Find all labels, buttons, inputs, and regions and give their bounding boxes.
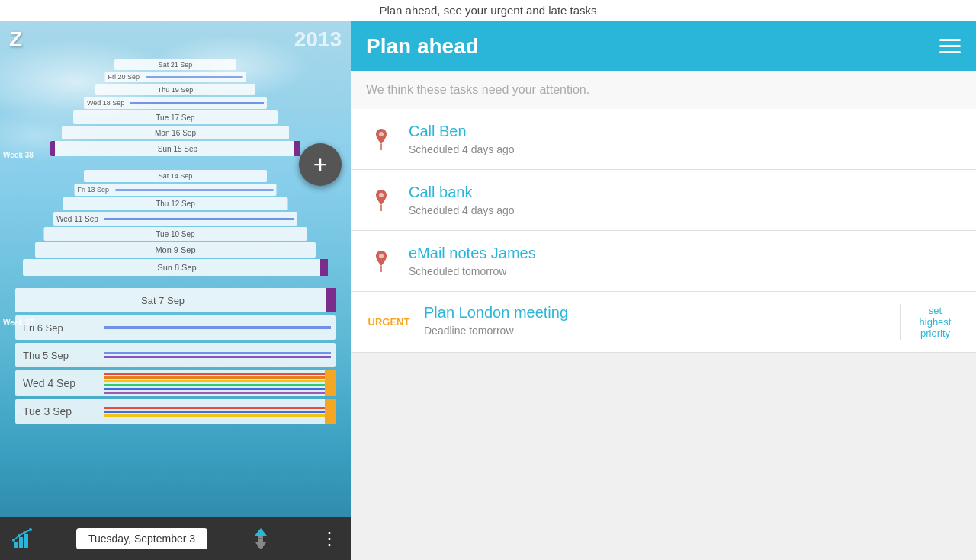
day-label-wed4: Wed 4 Sep [15, 376, 99, 391]
day-label-mon9: Mon 9 Sep [152, 244, 198, 256]
pin-svg-call-bank [369, 188, 393, 213]
task-title-london: Plan London meeting [424, 304, 900, 322]
panel-title: Plan ahead [366, 34, 479, 59]
week38-label: Week 38 [3, 151, 34, 159]
svg-point-15 [379, 254, 384, 258]
cal-row-fri13[interactable]: Fri 13 Sep [75, 184, 277, 196]
svg-point-5 [23, 531, 26, 534]
right-header: Plan ahead [351, 21, 976, 71]
add-button[interactable]: + [299, 143, 342, 186]
task-item-call-bank[interactable]: Call bank Scheduled 4 days ago [351, 170, 976, 231]
svg-marker-8 [255, 528, 267, 536]
left-header: Z 2013 [0, 21, 351, 58]
svg-rect-2 [24, 534, 28, 548]
task-info-london: Plan London meeting Deadline tomorrow [424, 304, 900, 340]
calendar-area: Week 38 Week 37 Sat 21 Sep Fri 20 Sep Th… [0, 52, 351, 514]
cal-row-sat14[interactable]: Sat 14 Sep [84, 170, 267, 182]
svg-marker-9 [255, 542, 267, 549]
day-label-tue3: Tue 3 Sep [15, 404, 99, 419]
menu-bar-1 [939, 39, 961, 41]
set-priority-label: sethighestpriority [920, 305, 952, 339]
hamburger-menu-button[interactable] [939, 39, 961, 53]
day-label-wed11: Wed 11 Sep [53, 213, 101, 225]
left-panel: Z 2013 Week 38 Week 37 Sat 21 Sep Fri 20… [0, 21, 351, 560]
right-content: We think these tasks need your attention… [351, 71, 976, 560]
cal-row-tue17[interactable]: Tue 17 Sep [73, 110, 278, 124]
banner-text: Plan ahead, see your urgent and late tas… [379, 4, 596, 17]
cal-row-mon9[interactable]: Mon 9 Sep [35, 242, 316, 258]
svg-point-11 [379, 132, 384, 136]
day-label-sat14: Sat 14 Sep [156, 171, 196, 181]
app-logo: Z [9, 27, 22, 52]
task-sub-email-james: Scheduled tomorrow [409, 265, 961, 277]
day-label-thu5: Thu 5 Sep [15, 348, 99, 363]
overflow-dots: ⋮ [320, 528, 339, 549]
pin-svg-email-james [369, 249, 393, 274]
left-bottom-bar: Tuesday, September 3 ⋮ [0, 517, 351, 560]
task-sub-london: Deadline tomorrow [424, 325, 900, 337]
top-banner: Plan ahead, see your urgent and late tas… [0, 0, 976, 21]
day-label-fri6: Fri 6 Sep [15, 321, 99, 335]
set-priority-button[interactable]: sethighestpriority [900, 304, 961, 340]
day-label-fri13: Fri 13 Sep [75, 184, 113, 195]
task-title-email-james: eMail notes James [409, 245, 961, 262]
task-info-email-james: eMail notes James Scheduled tomorrow [409, 245, 961, 277]
svg-point-4 [18, 534, 21, 537]
menu-bar-3 [939, 51, 961, 53]
cal-row-wed18[interactable]: Wed 18 Sep [84, 97, 267, 109]
day-label-sun8: Sun 8 Sep [151, 261, 199, 274]
task-sub-call-ben: Scheduled 4 days ago [409, 143, 961, 155]
chart-icon [12, 528, 34, 549]
task-title-call-ben: Call Ben [409, 123, 961, 140]
cal-row-thu12[interactable]: Thu 12 Sep [63, 197, 288, 210]
day-label-tue17: Tue 17 Sep [152, 112, 197, 123]
navigate-icon [250, 528, 271, 549]
cal-row-wed11[interactable]: Wed 11 Sep [53, 212, 297, 226]
cal-row-thu5[interactable]: Thu 5 Sep [15, 343, 336, 367]
cal-row-fri20[interactable]: Fri 20 Sep [105, 72, 246, 82]
cal-row-thu19[interactable]: Thu 19 Sep [95, 84, 255, 95]
day-label-mon16: Mon 16 Sep [152, 127, 199, 139]
svg-point-6 [29, 528, 32, 531]
attention-message: We think these tasks need your attention… [351, 71, 976, 109]
chart-nav-button[interactable] [6, 522, 40, 555]
task-title-call-bank: Call bank [409, 184, 961, 201]
menu-bar-2 [939, 45, 961, 47]
svg-rect-1 [19, 537, 23, 548]
cal-row-mon16[interactable]: Mon 16 Sep [62, 126, 289, 139]
day-label-wed18: Wed 18 Sep [84, 98, 127, 108]
task-item-email-james[interactable]: eMail notes James Scheduled tomorrow [351, 231, 976, 292]
pin-icon-call-bank [366, 185, 396, 216]
overflow-menu-button[interactable]: ⋮ [314, 522, 345, 555]
day-label-fri20: Fri 20 Sep [105, 72, 143, 82]
right-panel: Plan ahead We think these tasks need you… [351, 21, 976, 560]
day-label-tue10: Tue 10 Sep [152, 229, 197, 240]
task-sub-call-bank: Scheduled 4 days ago [409, 204, 961, 216]
cal-row-sun15[interactable]: Sun 15 Sep [50, 141, 300, 156]
task-info-call-bank: Call bank Scheduled 4 days ago [409, 184, 961, 216]
task-item-call-ben[interactable]: Call Ben Scheduled 4 days ago [351, 109, 976, 170]
svg-point-13 [379, 193, 384, 197]
pin-svg-call-ben [369, 127, 393, 152]
task-item-london[interactable]: URGENT Plan London meeting Deadline tomo… [351, 292, 976, 353]
day-label-thu12: Thu 12 Sep [152, 198, 198, 210]
cal-row-tue3[interactable]: Tue 3 Sep [15, 399, 336, 424]
cal-row-tue10[interactable]: Tue 10 Sep [44, 227, 307, 241]
cal-row-sun8[interactable]: Sun 8 Sep [23, 259, 328, 276]
cal-row-wed4[interactable]: Wed 4 Sep [15, 370, 336, 396]
day-label-thu19: Thu 19 Sep [155, 85, 197, 95]
task-info-call-ben: Call Ben Scheduled 4 days ago [409, 123, 961, 155]
navigate-nav-button[interactable] [244, 522, 278, 555]
urgent-badge: URGENT [366, 304, 412, 340]
svg-point-3 [12, 539, 15, 542]
pin-icon-email-james [366, 246, 396, 277]
date-display[interactable]: Tuesday, September 3 [76, 528, 207, 549]
day-label-sat7: Sat 7 Sep [133, 293, 217, 308]
add-icon: + [313, 152, 328, 177]
cal-row-fri6[interactable]: Fri 6 Sep [15, 315, 336, 340]
year-display: 2013 [294, 27, 342, 52]
cal-row-sat7[interactable]: Sat 7 Sep [15, 288, 336, 312]
pin-icon-call-ben [366, 124, 396, 155]
cal-row-sat21[interactable]: Sat 21 Sep [114, 59, 236, 70]
svg-rect-0 [14, 542, 18, 548]
